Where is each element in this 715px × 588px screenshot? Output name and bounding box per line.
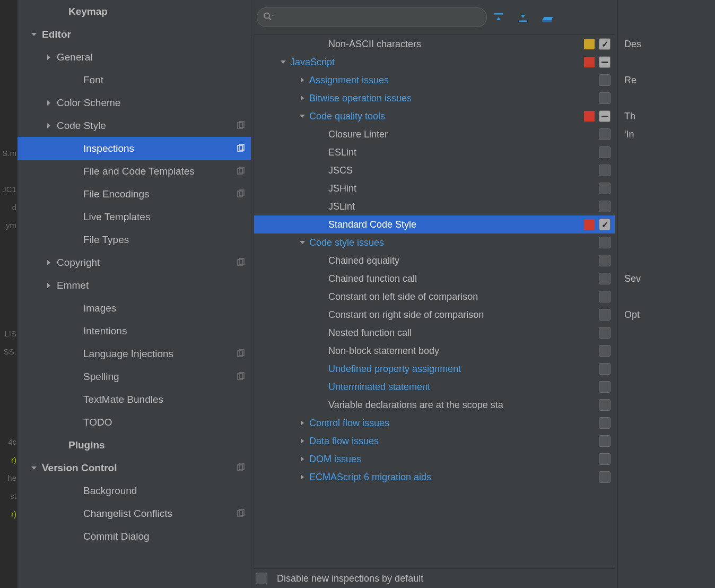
inspection-row[interactable]: Code style issues: [254, 234, 615, 252]
inspections-tree[interactable]: Non-ASCII characters✓JavaScriptAssignmen…: [254, 34, 615, 569]
inspection-enable-checkbox[interactable]: [599, 183, 611, 194]
sidebar-item-todo[interactable]: TODO: [18, 411, 251, 434]
sidebar-item-code-style[interactable]: Code Style: [18, 114, 251, 137]
sidebar-item-background[interactable]: Background: [18, 479, 251, 502]
chevron-right-icon: [299, 456, 306, 462]
inspection-row[interactable]: Constant on left side of comparison: [254, 288, 615, 306]
inspection-row[interactable]: JSCS: [254, 161, 615, 179]
chevron-down-icon: [299, 239, 306, 246]
inspection-row[interactable]: Control flow issues: [254, 414, 615, 432]
chevron-right-icon: [299, 77, 306, 83]
inspection-label: Constant on right side of comparison: [328, 309, 599, 321]
inspection-enable-checkbox[interactable]: [599, 165, 611, 176]
expand-all-button[interactable]: [491, 10, 506, 25]
sidebar-item-keymap[interactable]: Keymap: [18, 0, 251, 23]
sidebar-item-live-templates[interactable]: Live Templates: [18, 205, 251, 228]
sidebar-item-label: General: [57, 51, 251, 63]
inspection-enable-checkbox[interactable]: [599, 327, 611, 339]
sidebar-item-editor[interactable]: Editor: [18, 23, 251, 46]
disable-new-inspections-checkbox[interactable]: [256, 573, 267, 584]
inspection-enable-checkbox[interactable]: [599, 381, 611, 393]
inspection-enable-checkbox[interactable]: [599, 435, 611, 447]
detail-label: [618, 53, 715, 71]
sidebar-item-label: Commit Dialog: [83, 531, 251, 542]
inspection-row[interactable]: Chained function call: [254, 270, 615, 288]
sidebar-item-file-and-code-templates[interactable]: File and Code Templates: [18, 160, 251, 183]
inspection-enable-checkbox[interactable]: [599, 56, 611, 68]
inspection-row[interactable]: Standard Code Style✓: [254, 215, 615, 234]
inspection-row[interactable]: Nested function call: [254, 324, 615, 342]
sidebar-item-language-injections[interactable]: Language Injections: [18, 342, 251, 365]
inspection-enable-checkbox[interactable]: [599, 309, 611, 321]
inspection-enable-checkbox[interactable]: [599, 471, 611, 483]
sidebar-item-version-control[interactable]: Version Control: [18, 456, 251, 479]
inspection-enable-checkbox[interactable]: [599, 255, 611, 266]
inspection-row[interactable]: JSHint: [254, 179, 615, 197]
inspection-label: DOM issues: [309, 454, 599, 465]
inspection-row[interactable]: Undefined property assignment: [254, 360, 615, 378]
reset-button[interactable]: [540, 10, 555, 25]
inspection-label: Code quality tools: [309, 111, 584, 122]
inspection-enable-checkbox[interactable]: [599, 146, 611, 158]
inspection-enable-checkbox[interactable]: [599, 92, 611, 104]
inspection-enable-checkbox[interactable]: [599, 417, 611, 429]
inspection-row[interactable]: JavaScript: [254, 53, 615, 71]
inspection-row[interactable]: Non-ASCII characters✓: [254, 35, 615, 53]
inspection-row[interactable]: Data flow issues: [254, 432, 615, 450]
svg-point-18: [264, 13, 269, 18]
inspection-row[interactable]: Unterminated statement: [254, 378, 615, 396]
sidebar-item-textmate-bundles[interactable]: TextMate Bundles: [18, 388, 251, 411]
inspection-row[interactable]: DOM issues: [254, 450, 615, 468]
gutter-text: [0, 54, 18, 72]
sidebar-item-emmet[interactable]: Emmet: [18, 274, 251, 297]
inspection-enable-checkbox[interactable]: [599, 273, 611, 284]
inspection-enable-checkbox[interactable]: [599, 453, 611, 465]
sidebar-item-label: Code Style: [57, 120, 236, 132]
sidebar-item-intentions[interactable]: Intentions: [18, 319, 251, 342]
gutter-text: [0, 307, 18, 325]
inspection-enable-checkbox[interactable]: [599, 128, 611, 140]
sidebar-item-changelist-conflicts[interactable]: Changelist Conflicts: [18, 502, 251, 525]
inspection-row[interactable]: Non-block statement body: [254, 342, 615, 360]
inspection-row[interactable]: Closure Linter: [254, 125, 615, 143]
inspection-row[interactable]: Code quality tools: [254, 107, 615, 125]
schema-icon: [236, 509, 246, 518]
sidebar-item-plugins[interactable]: Plugins: [18, 434, 251, 456]
inspection-row[interactable]: Bitwise operation issues: [254, 89, 615, 107]
collapse-all-button[interactable]: [516, 10, 530, 25]
inspection-enable-checkbox[interactable]: [599, 345, 611, 357]
spacer-icon: [72, 145, 79, 152]
inspection-enable-checkbox[interactable]: [599, 237, 611, 248]
inspection-row[interactable]: Constant on right side of comparison: [254, 306, 615, 324]
inspection-row[interactable]: Chained equality: [254, 252, 615, 270]
spacer-icon: [72, 327, 79, 335]
sidebar-item-commit-dialog[interactable]: Commit Dialog: [18, 525, 251, 548]
chevron-right-icon: [45, 99, 53, 107]
inspection-row[interactable]: Variable declarations are at the scope s…: [254, 396, 615, 414]
inspection-enable-checkbox[interactable]: [599, 363, 611, 375]
inspection-enable-checkbox[interactable]: [599, 201, 611, 212]
gutter-text: [0, 18, 18, 36]
sidebar-item-copyright[interactable]: Copyright: [18, 251, 251, 274]
inspection-row[interactable]: Assignment issues: [254, 71, 615, 89]
inspection-row[interactable]: JSLint: [254, 197, 615, 215]
inspection-enable-checkbox[interactable]: [599, 74, 611, 86]
inspection-row[interactable]: ECMAScript 6 migration aids: [254, 468, 615, 486]
inspection-enable-checkbox[interactable]: ✓: [599, 219, 611, 230]
sidebar-item-color-scheme[interactable]: Color Scheme: [18, 91, 251, 114]
inspection-enable-checkbox[interactable]: [599, 399, 611, 411]
sidebar-item-file-encodings[interactable]: File Encodings: [18, 183, 251, 205]
inspection-label: Control flow issues: [309, 418, 599, 429]
sidebar-item-file-types[interactable]: File Types: [18, 228, 251, 251]
sidebar-item-inspections[interactable]: Inspections: [18, 137, 251, 160]
sidebar-item-general[interactable]: General: [18, 46, 251, 68]
inspection-enable-checkbox[interactable]: ✓: [599, 38, 611, 50]
inspection-enable-checkbox[interactable]: [599, 291, 611, 302]
sidebar-item-images[interactable]: Images: [18, 297, 251, 319]
gutter-text: ym: [0, 217, 18, 235]
inspection-row[interactable]: ESLint: [254, 143, 615, 161]
sidebar-item-spelling[interactable]: Spelling: [18, 365, 251, 388]
sidebar-item-font[interactable]: Font: [18, 68, 251, 91]
inspection-enable-checkbox[interactable]: [599, 110, 611, 122]
search-input[interactable]: [257, 7, 487, 27]
